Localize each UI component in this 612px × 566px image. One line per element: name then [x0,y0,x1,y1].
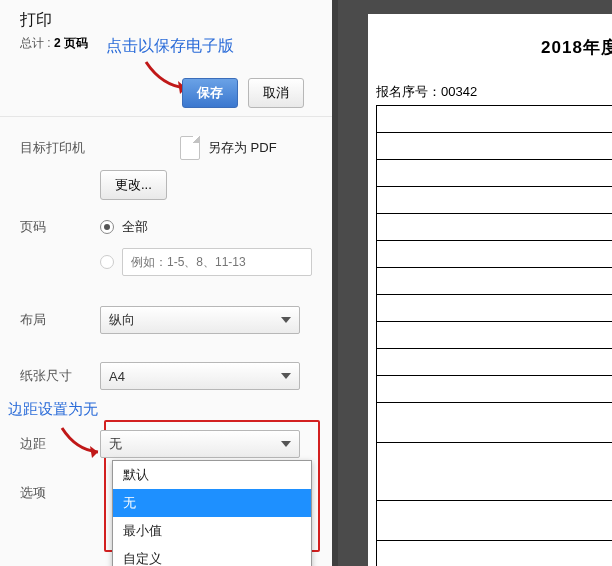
paper-size-value: A4 [109,369,125,384]
annotation-save-text: 点击以保存电子版 [106,36,234,57]
margins-value: 无 [109,435,122,453]
pages-section: 页码 全部 [20,218,312,288]
pdf-file-icon [180,136,200,160]
destination-value: 另存为 PDF [208,139,277,157]
table-row: *网络报名注册号 [377,133,613,160]
table-row: *从业资格证书编号 [377,322,613,349]
pages-all-radio[interactable] [100,220,114,234]
layout-value: 纵向 [109,311,135,329]
chevron-down-icon [281,441,291,447]
change-destination-button[interactable]: 更改... [100,170,167,200]
table-row: *学历性质 [377,241,613,268]
table-row [377,403,613,443]
chevron-down-icon [281,317,291,323]
margins-option-none[interactable]: 无 [113,489,311,517]
annotation-margin-text: 边距设置为无 [8,400,98,419]
panel-title: 打印 [20,10,312,31]
pages-label: 页码 [20,218,100,236]
table-row: *证件号码 [377,214,613,241]
margins-label: 边距 [20,435,100,453]
table-row: *电话号码 [377,349,613,376]
table-row [377,501,613,541]
margins-dropdown: 默认 无 最小值 自定义 [112,460,312,566]
table-row: *性 别 [377,160,613,187]
action-buttons: 保存 取消 [182,78,304,108]
table-row: 工作单位 [377,443,613,501]
paper-size-label: 纸张尺寸 [20,367,100,385]
margins-option-minimum[interactable]: 最小值 [113,517,311,545]
preview-page: 2018年度全国 报名序号：00342 *考区名称 *网络报名注册号 *性 别 … [368,14,612,566]
table-row: *毕业院校 [377,268,613,295]
layout-label: 布局 [20,311,100,329]
paper-size-section: 纸张尺寸 A4 [20,362,312,390]
table-row: *考区名称 [377,106,613,133]
pages-all-label: 全部 [122,218,148,236]
save-button[interactable]: 保存 [182,78,238,108]
layout-section: 布局 纵向 [20,306,312,334]
paper-size-select[interactable]: A4 [100,362,300,390]
cancel-button[interactable]: 取消 [248,78,304,108]
options-label: 选项 [20,484,100,502]
print-preview: 2018年度全国 报名序号：00342 *考区名称 *网络报名注册号 *性 别 … [332,0,612,566]
margins-section: 边距 无 [20,430,312,458]
table-row: *通讯地址 [377,541,613,567]
margins-option-custom[interactable]: 自定义 [113,545,311,566]
document-title: 2018年度全国 [368,36,612,59]
print-panel: 打印 总计 : 2 页码 点击以保存电子版 保存 取消 目标打印机 另存为 PD… [0,0,332,566]
form-table: *考区名称 *网络报名注册号 *性 别 *民 族 *证件号码 *学历性质 *毕业… [376,105,612,566]
registration-number: 报名序号：00342 [368,83,612,101]
table-row: *毕业证编号 [377,295,613,322]
margins-option-default[interactable]: 默认 [113,461,311,489]
chevron-down-icon [281,373,291,379]
pages-range-radio[interactable] [100,255,114,269]
destination-section: 目标打印机 另存为 PDF 更改... [20,136,312,200]
table-row: *邮 编 [377,376,613,403]
divider [0,116,332,117]
layout-select[interactable]: 纵向 [100,306,300,334]
margins-select[interactable]: 无 [100,430,300,458]
pages-range-input[interactable] [122,248,312,276]
destination-label: 目标打印机 [20,139,100,157]
table-row: *民 族 [377,187,613,214]
